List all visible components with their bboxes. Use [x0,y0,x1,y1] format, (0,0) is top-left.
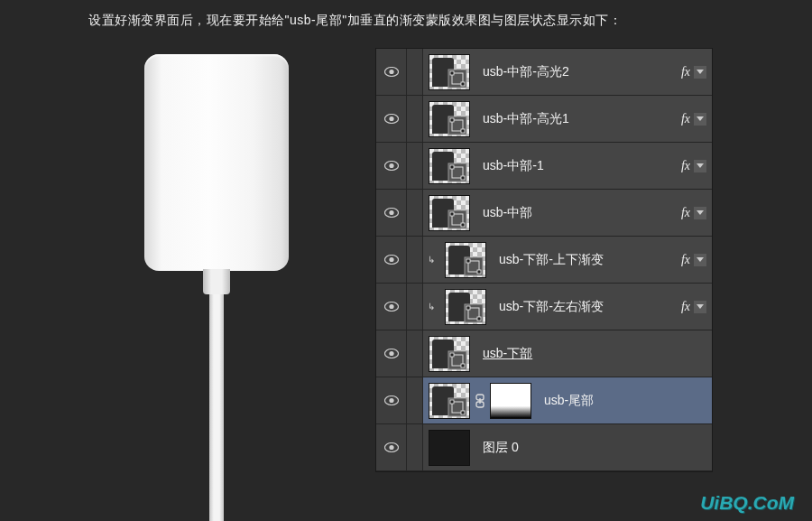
layer-row[interactable]: usb-中部-高光2fx [376,49,712,96]
svg-rect-10 [450,118,454,122]
layer-name-label[interactable]: usb-中部-高光1 [483,111,569,127]
vector-shape-icon [448,397,467,417]
eye-icon [384,161,399,171]
fx-indicator[interactable]: fx [681,159,706,173]
instruction-text: 设置好渐变界面后，现在要开始给"usb-尾部"加垂直的渐变蒙版效果图与图层状态显… [88,13,622,29]
svg-rect-34 [466,306,470,310]
usb-neck-shape [203,269,230,294]
usb-illustration [126,45,307,515]
visibility-toggle[interactable] [376,49,407,95]
layer-row[interactable]: 图层 0 [376,424,712,471]
vector-shape-icon [464,303,484,323]
layer-thumbnail[interactable] [429,430,470,466]
vector-shape-icon [448,69,467,88]
svg-point-31 [389,304,393,309]
eye-icon [384,395,399,405]
visibility-toggle[interactable] [376,377,407,423]
fx-label: fx [681,159,690,173]
layer-thumbnail[interactable] [445,289,486,325]
row-gutter [407,96,423,142]
layer-name-label[interactable]: usb-中部 [483,205,532,221]
layer-name-label[interactable]: usb-下部-左右渐变 [499,299,604,315]
visibility-toggle[interactable] [376,284,407,330]
svg-rect-17 [461,176,465,180]
fx-indicator[interactable]: fx [681,112,706,126]
chevron-down-icon[interactable] [694,207,706,219]
layer-thumbnail[interactable] [429,148,470,184]
svg-point-1 [389,70,393,74]
layer-name-label[interactable]: usb-尾部 [544,393,594,409]
svg-rect-11 [461,129,465,133]
chevron-down-icon[interactable] [694,301,706,313]
row-gutter [407,424,423,470]
chevron-down-icon[interactable] [694,66,706,79]
fx-indicator[interactable]: fx [681,206,706,220]
layer-thumbnail[interactable] [429,54,470,90]
eye-icon [384,114,399,124]
vector-shape-icon [448,209,467,229]
link-icon[interactable] [474,394,486,408]
layer-thumbnail[interactable] [429,101,470,137]
layer-row[interactable]: usb-中部-高光1fx [376,96,712,143]
layer-thumbnail[interactable] [429,336,470,372]
svg-rect-35 [477,317,481,321]
chevron-down-icon[interactable] [694,254,706,266]
layer-name-label[interactable]: usb-中部-1 [483,158,544,174]
svg-rect-46 [450,400,454,404]
visibility-toggle[interactable] [376,424,407,470]
eye-icon [384,67,399,77]
layer-thumbnail[interactable] [429,383,470,419]
layer-thumbnail[interactable] [445,242,486,278]
layer-row[interactable]: ↳usb-下部-上下渐变fx [376,237,712,284]
layer-name-label[interactable]: 图层 0 [483,440,519,456]
svg-point-25 [389,257,393,262]
fx-indicator[interactable]: fx [681,300,706,314]
layer-row[interactable]: ↳usb-下部-左右渐变fx [376,284,712,330]
layer-row[interactable]: usb-下部 [376,330,712,377]
vector-shape-icon [448,116,467,135]
usb-tail-shape [209,294,224,521]
usb-body-shape [144,54,289,271]
layer-row[interactable]: usb-尾部 [376,377,712,424]
svg-rect-41 [461,364,465,367]
fx-label: fx [681,253,690,267]
layer-name-label[interactable]: usb-下部-上下渐变 [499,252,604,268]
visibility-toggle[interactable] [376,143,407,189]
eye-icon [384,349,399,358]
layer-row[interactable]: usb-中部-1fx [376,143,712,190]
layer-name-label[interactable]: usb-下部 [483,346,532,362]
layer-thumbnail[interactable] [429,195,470,231]
chevron-down-icon[interactable] [694,113,706,126]
layer-name-label[interactable]: usb-中部-高光2 [483,64,569,80]
fx-indicator[interactable]: fx [681,65,706,79]
svg-rect-47 [461,411,465,414]
row-gutter [407,330,423,377]
svg-rect-4 [450,71,454,75]
vector-shape-icon [448,163,467,182]
svg-rect-29 [477,270,481,274]
visibility-toggle[interactable] [376,190,407,236]
visibility-toggle[interactable] [376,330,407,377]
chevron-down-icon[interactable] [694,160,706,172]
layer-row[interactable]: usb-中部fx [376,190,712,237]
svg-rect-28 [466,259,470,263]
mask-thumbnail[interactable] [490,383,531,419]
svg-rect-5 [461,82,465,86]
eye-icon [384,302,399,312]
svg-rect-40 [450,353,454,357]
vector-shape-icon [464,256,484,276]
row-gutter [407,237,423,283]
svg-point-19 [389,210,393,215]
svg-point-13 [389,163,393,168]
visibility-toggle[interactable] [376,237,407,283]
eye-icon [384,255,399,265]
layers-panel: usb-中部-高光2fxusb-中部-高光1fxusb-中部-1fxusb-中部… [375,48,713,472]
clip-indicator-icon: ↳ [423,237,439,283]
eye-icon [384,208,399,218]
visibility-toggle[interactable] [376,96,407,142]
clip-indicator-icon: ↳ [423,284,439,330]
fx-label: fx [681,206,690,220]
row-gutter [407,49,423,95]
row-gutter [407,143,423,189]
fx-indicator[interactable]: fx [681,253,706,267]
